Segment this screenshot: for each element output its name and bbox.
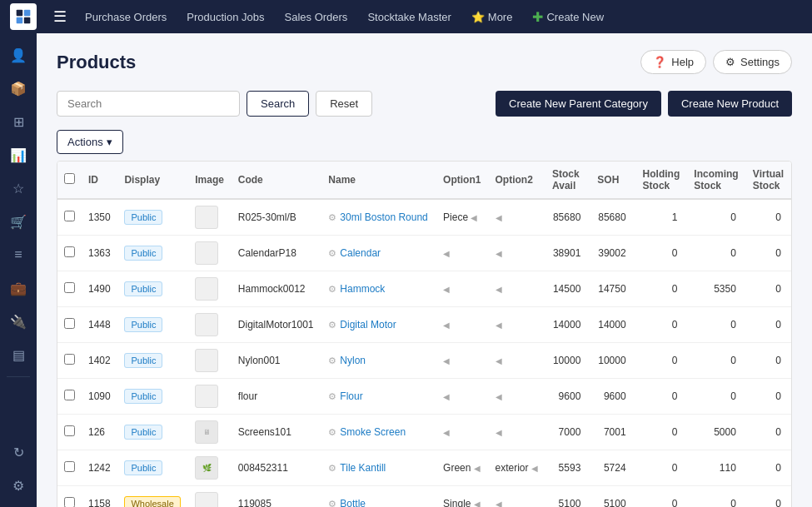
- product-gear-icon[interactable]: ⚙: [328, 212, 336, 223]
- sidebar-refresh-icon[interactable]: ↻: [3, 437, 33, 467]
- option1-chevron[interactable]: ◀: [443, 321, 450, 330]
- product-gear-icon[interactable]: ⚙: [328, 499, 336, 508]
- row-checkbox[interactable]: [64, 246, 75, 257]
- row-checkbox-cell[interactable]: [57, 307, 82, 343]
- product-name-link[interactable]: ⚙ Flour: [328, 390, 430, 402]
- sidebar-grid-icon[interactable]: ⊞: [3, 107, 33, 137]
- app-logo[interactable]: [10, 3, 37, 30]
- row-checkbox[interactable]: [64, 211, 75, 221]
- option1-chevron[interactable]: ◀: [474, 464, 481, 473]
- row-checkbox-cell[interactable]: [57, 486, 82, 508]
- nav-purchase-orders[interactable]: Purchase Orders: [77, 7, 175, 27]
- search-input[interactable]: [57, 91, 240, 117]
- cell-name[interactable]: ⚙ Flour: [321, 379, 436, 415]
- cell-image: 🖥: [188, 415, 232, 450]
- cell-name[interactable]: ⚙ Nylon: [321, 343, 436, 379]
- sidebar-list-icon[interactable]: ≡: [3, 240, 33, 270]
- option2-chevron[interactable]: ◀: [496, 213, 502, 222]
- option2-chevron[interactable]: ◀: [496, 500, 502, 507]
- sidebar-star-icon[interactable]: ☆: [3, 173, 33, 203]
- help-button[interactable]: ❓ Help: [640, 50, 706, 74]
- nav-sales-orders[interactable]: Sales Orders: [276, 7, 356, 27]
- nav-production-jobs[interactable]: Production Jobs: [178, 7, 272, 27]
- row-checkbox[interactable]: [64, 390, 75, 400]
- product-name-link[interactable]: ⚙ Digital Motor: [328, 319, 430, 331]
- sidebar-cart-icon[interactable]: 🛒: [3, 206, 33, 236]
- cell-name[interactable]: ⚙ Calendar: [321, 236, 436, 271]
- row-checkbox[interactable]: [64, 318, 75, 329]
- row-checkbox-cell[interactable]: [57, 199, 82, 236]
- product-gear-icon[interactable]: ⚙: [328, 427, 336, 438]
- cell-name[interactable]: ⚙ Digital Motor: [321, 307, 436, 343]
- product-name-link[interactable]: ⚙ Tile Kantill: [328, 462, 430, 474]
- settings-button[interactable]: ⚙ Settings: [713, 50, 792, 74]
- cell-name[interactable]: ⚙ Smoke Screen: [321, 415, 436, 450]
- product-gear-icon[interactable]: ⚙: [328, 320, 336, 331]
- row-checkbox-cell[interactable]: [57, 415, 82, 450]
- product-name-link[interactable]: ⚙ Hammock: [328, 283, 430, 295]
- option1-chevron[interactable]: ◀: [443, 285, 450, 294]
- sidebar-gear-icon[interactable]: ⚙: [3, 470, 33, 500]
- product-image: [195, 313, 218, 336]
- cell-image: 🌿: [188, 450, 232, 486]
- product-gear-icon[interactable]: ⚙: [328, 284, 336, 295]
- select-all-header[interactable]: [57, 162, 82, 199]
- product-name-link[interactable]: ⚙ 30ml Boston Round: [328, 211, 430, 223]
- row-checkbox[interactable]: [64, 425, 75, 436]
- option1-chevron[interactable]: ◀: [443, 356, 450, 365]
- sidebar-layers-icon[interactable]: ▤: [3, 340, 33, 370]
- option2-chevron[interactable]: ◀: [496, 356, 502, 365]
- product-name-link[interactable]: ⚙ Smoke Screen: [328, 426, 430, 438]
- sidebar-box-icon[interactable]: 📦: [3, 73, 33, 103]
- cell-name[interactable]: ⚙ 30ml Boston Round: [321, 199, 436, 236]
- product-gear-icon[interactable]: ⚙: [328, 463, 336, 474]
- actions-button[interactable]: Actions ▾: [57, 130, 123, 154]
- cell-name[interactable]: ⚙ Hammock: [321, 271, 436, 307]
- row-checkbox[interactable]: [64, 282, 75, 293]
- option2-chevron[interactable]: ◀: [496, 428, 502, 437]
- row-checkbox-cell[interactable]: [57, 450, 82, 486]
- option1-chevron[interactable]: ◀: [443, 249, 450, 258]
- nav-create-new[interactable]: ✚ Create New: [524, 6, 612, 28]
- product-gear-icon[interactable]: ⚙: [328, 355, 336, 366]
- row-checkbox-cell[interactable]: [57, 236, 82, 271]
- product-name-link[interactable]: ⚙ Bottle: [328, 498, 430, 507]
- create-product-button[interactable]: Create New Product: [668, 91, 792, 117]
- row-checkbox[interactable]: [64, 497, 75, 507]
- option1-chevron[interactable]: ◀: [443, 392, 450, 401]
- row-checkbox[interactable]: [64, 461, 75, 472]
- cell-code: 119085: [232, 486, 322, 508]
- option2-chevron[interactable]: ◀: [496, 249, 502, 258]
- search-button[interactable]: Search: [247, 91, 309, 117]
- nav-stocktake-master[interactable]: Stocktake Master: [359, 7, 459, 27]
- option2-chevron[interactable]: ◀: [496, 392, 502, 401]
- option1-chevron[interactable]: ◀: [471, 213, 477, 222]
- sidebar-person-icon[interactable]: 👤: [3, 40, 33, 70]
- hamburger-button[interactable]: ☰: [47, 4, 73, 29]
- cell-name[interactable]: ⚙ Bottle: [321, 486, 436, 508]
- option2-chevron[interactable]: ◀: [531, 464, 538, 473]
- option1-chevron[interactable]: ◀: [474, 500, 481, 507]
- product-name-link[interactable]: ⚙ Nylon: [328, 355, 430, 366]
- row-checkbox-cell[interactable]: [57, 343, 82, 379]
- option2-chevron[interactable]: ◀: [496, 321, 502, 330]
- nav-more[interactable]: ⭐ More: [463, 7, 521, 27]
- row-checkbox-cell[interactable]: [57, 271, 82, 307]
- create-parent-category-button[interactable]: Create New Parent Category: [496, 91, 661, 117]
- cell-image: [188, 307, 232, 343]
- product-name-link[interactable]: ⚙ Calendar: [328, 247, 430, 259]
- select-all-checkbox[interactable]: [64, 173, 75, 184]
- sidebar-briefcase-icon[interactable]: 💼: [3, 273, 33, 303]
- cell-name[interactable]: ⚙ Tile Kantill: [321, 450, 436, 486]
- sidebar-chart-icon[interactable]: 📊: [3, 140, 33, 170]
- product-gear-icon[interactable]: ⚙: [328, 248, 336, 259]
- reset-button[interactable]: Reset: [316, 91, 372, 117]
- sidebar-plug-icon[interactable]: 🔌: [3, 306, 33, 336]
- option1-chevron[interactable]: ◀: [443, 428, 450, 437]
- row-checkbox-cell[interactable]: [57, 379, 82, 415]
- row-checkbox[interactable]: [64, 354, 75, 365]
- cell-holding: 0: [636, 486, 688, 508]
- cell-soh: 10000: [590, 343, 635, 379]
- option2-chevron[interactable]: ◀: [496, 285, 502, 294]
- product-gear-icon[interactable]: ⚙: [328, 391, 336, 402]
